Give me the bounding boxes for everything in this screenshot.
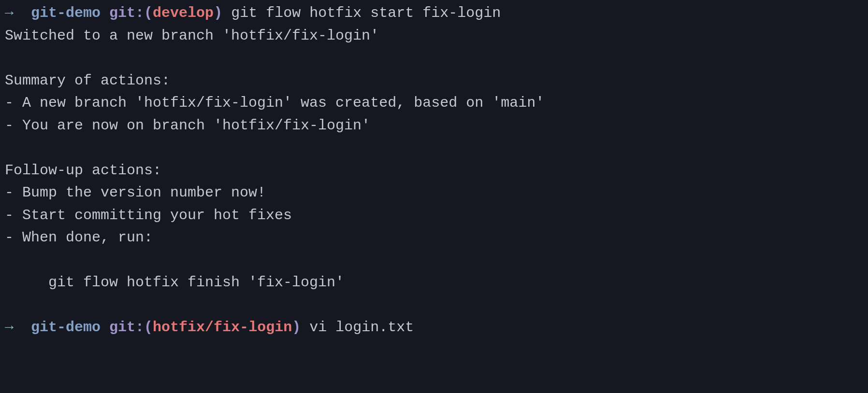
prompt-line-1[interactable]: → git-demo git:(develop) git flow hotfix… [5, 2, 863, 25]
prompt-branch-name: develop [153, 5, 214, 21]
prompt-arrow-icon: → [5, 319, 14, 336]
output-line: - When done, run: [5, 226, 863, 249]
output-blank [5, 137, 863, 159]
command-text: git flow hotfix start fix-login [231, 5, 501, 21]
output-blank [5, 47, 863, 70]
output-line: git flow hotfix finish 'fix-login' [5, 271, 863, 294]
output-line: Summary of actions: [5, 70, 863, 92]
prompt-directory: git-demo [31, 5, 101, 21]
output-blank [5, 294, 863, 317]
prompt-directory: git-demo [31, 319, 101, 336]
prompt-git-label: git:( [109, 319, 153, 336]
output-line: Follow-up actions: [5, 159, 863, 182]
output-blank [5, 249, 863, 272]
output-line: Switched to a new branch 'hotfix/fix-log… [5, 25, 863, 47]
command-text: vi login.txt [309, 319, 414, 336]
prompt-close-paren: ) [292, 319, 301, 336]
prompt-git-label: git:( [109, 5, 153, 21]
prompt-arrow-icon: → [5, 5, 14, 21]
output-line: - Bump the version number now! [5, 182, 863, 204]
prompt-close-paren: ) [214, 5, 222, 21]
prompt-branch-name: hotfix/fix-login [153, 319, 292, 336]
output-line: - Start committing your hot fixes [5, 204, 863, 227]
output-line: - You are now on branch 'hotfix/fix-logi… [5, 114, 863, 137]
output-line: - A new branch 'hotfix/fix-login' was cr… [5, 92, 863, 114]
prompt-line-2[interactable]: → git-demo git:(hotfix/fix-login) vi log… [5, 316, 863, 339]
